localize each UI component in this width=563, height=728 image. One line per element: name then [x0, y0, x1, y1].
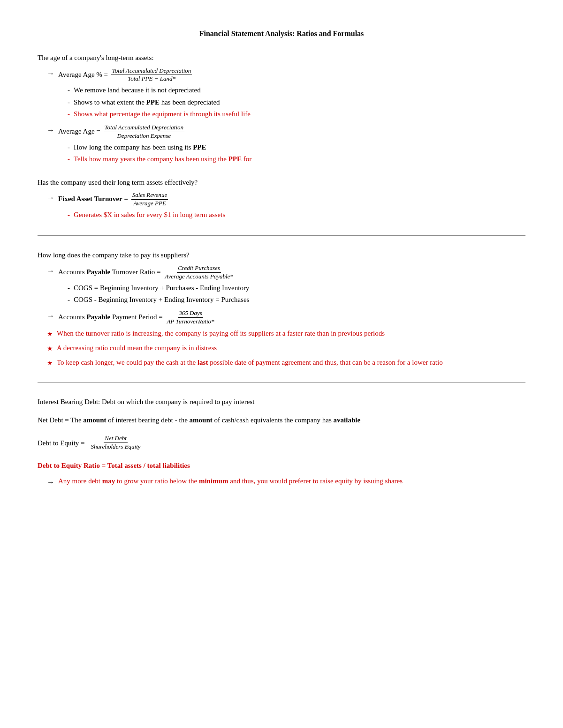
avg-age-pct-label: Average Age % =	[58, 70, 110, 78]
fraction-den-4: Average Accounts Payable*	[164, 273, 234, 281]
fraction-num-5: 365 Days	[178, 309, 203, 318]
arrow-item-avg-age-pct: → Average Age % = Total Accumulated Depr…	[38, 67, 525, 121]
arrow-item-debt-equity: → Any more debt may to grow your ratio b…	[38, 476, 525, 488]
fraction-num-6: Net Debt	[104, 435, 128, 443]
star-icon-1: ★	[47, 329, 53, 339]
fraction-den-6: Shareholders Equity	[90, 443, 142, 451]
star-item-2: ★ A decreasing ratio could mean the comp…	[38, 343, 525, 353]
fraction-den-3: Average PPE	[132, 200, 167, 208]
net-debt-definition: Net Debt = The amount of interest bearin…	[38, 415, 525, 426]
debt-equity-red-heading: Debt to Equity Ratio = Total assets / to…	[38, 460, 525, 471]
star-text-3: To keep cash longer, we could pay the ca…	[57, 357, 443, 368]
sub-bullet-2-1: How long the company has been using its …	[68, 142, 525, 153]
subbullets-2: How long the company has been using its …	[58, 142, 525, 165]
arrow-item-avg-age-years: → Average Age = Total Accumulated Deprec…	[38, 124, 525, 166]
ap-payment-fraction: 365 Days AP TurnoverRatio*	[166, 309, 215, 326]
sub-bullet-3-1: Generates $X in sales for every $1 in lo…	[68, 210, 525, 220]
arrow-content-5: Accounts Payable Payment Period = 365 Da…	[58, 309, 525, 326]
star-text-1: When the turnover ratio is increasing, t…	[57, 328, 385, 339]
arrow-icon-5: →	[47, 310, 54, 322]
fraction-num-1: Total Accumulated Depreciation	[111, 67, 192, 75]
arrow-icon-1: →	[47, 68, 54, 79]
page-title: Financial Statement Analysis: Ratios and…	[38, 28, 525, 39]
ap-turnover-fraction: Credit Purchases Average Accounts Payabl…	[164, 264, 234, 281]
sub-bullet-4-2: COGS - Beginning Inventory + Ending Inve…	[68, 294, 525, 305]
divider-1	[38, 235, 525, 236]
fraction-num-3: Sales Revenue	[131, 191, 168, 200]
section-fixed-asset: Has the company used their long term ass…	[38, 177, 525, 222]
section2-intro: Has the company used their long term ass…	[38, 177, 525, 188]
arrow-content-3: Fixed Asset Turnover = Sales Revenue Ave…	[58, 191, 525, 221]
sub-bullet-2-2: Tells how many years the company has bee…	[68, 154, 525, 165]
arrow-item-ap-turnover: → Accounts Payable Turnover Ratio = Cred…	[38, 264, 525, 307]
debt-equity-fraction: Net Debt Shareholders Equity	[90, 435, 142, 451]
subbullets-4: COGS = Beginning Inventory + Purchases -…	[58, 283, 525, 305]
arrow-icon-4: →	[47, 265, 54, 277]
section3-intro: How long does the company take to pay it…	[38, 250, 525, 261]
fraction-den-2: Depreciation Expense	[116, 132, 172, 140]
star-item-1: ★ When the turnover ratio is increasing,…	[38, 328, 525, 339]
arrow-content-6: Any more debt may to grow your ratio bel…	[58, 476, 525, 487]
fraction-num-2: Total Accumulated Depreciation	[104, 124, 185, 132]
avg-age-years-fraction: Total Accumulated Depreciation Depreciat…	[104, 124, 185, 140]
star-item-3: ★ To keep cash longer, we could pay the …	[38, 357, 525, 368]
subbullets-1: We remove land because it is not depreci…	[58, 85, 525, 120]
arrow-item-ap-payment: → Accounts Payable Payment Period = 365 …	[38, 309, 525, 326]
divider-2	[38, 382, 525, 383]
arrow-content-4: Accounts Payable Turnover Ratio = Credit…	[58, 264, 525, 307]
arrow-item-fixed-asset: → Fixed Asset Turnover = Sales Revenue A…	[38, 191, 525, 221]
sub-bullet-1-2: Shows to what extent the PPE has been de…	[68, 97, 525, 108]
sub-bullet-1-3: Shows what percentage the equipment is t…	[68, 109, 525, 120]
fraction-den-1: Total PPE − Land*	[127, 75, 176, 83]
fixed-asset-label: Fixed Asset Turnover =	[58, 195, 130, 203]
arrow-content-2: Average Age = Total Accumulated Deprecia…	[58, 124, 525, 166]
star-text-2: A decreasing ratio could mean the compan…	[57, 343, 217, 353]
avg-age-years-label: Average Age =	[58, 128, 102, 135]
arrow-content-1: Average Age % = Total Accumulated Deprec…	[58, 67, 525, 121]
fraction-num-4: Credit Purchases	[177, 264, 221, 273]
debt-equity-label: Debt to Equity =	[38, 438, 85, 449]
subbullets-3: Generates $X in sales for every $1 in lo…	[58, 210, 525, 220]
avg-age-pct-fraction: Total Accumulated Depreciation Total PPE…	[111, 67, 192, 83]
section-debt: Interest Bearing Debt: Debt on which the…	[38, 397, 525, 488]
section-accounts-payable: How long does the company take to pay it…	[38, 250, 525, 368]
arrow-icon-2: →	[47, 125, 54, 136]
arrow-icon-6: →	[47, 477, 54, 488]
interest-bearing-debt: Interest Bearing Debt: Debt on which the…	[38, 397, 525, 407]
sub-bullet-1-1: We remove land because it is not depreci…	[68, 85, 525, 96]
sub-bullet-4-1: COGS = Beginning Inventory + Purchases -…	[68, 283, 525, 293]
star-icon-2: ★	[47, 344, 53, 353]
fixed-asset-fraction: Sales Revenue Average PPE	[131, 191, 168, 208]
debt-to-equity-formula: Debt to Equity = Net Debt Shareholders E…	[38, 435, 525, 451]
arrow-icon-3: →	[47, 192, 54, 203]
section1-intro: The age of a company's long-term assets:	[38, 53, 525, 63]
star-icon-3: ★	[47, 358, 53, 368]
fraction-den-5: AP TurnoverRatio*	[166, 318, 215, 326]
ap-payment-label: Accounts Payable Payment Period =	[58, 313, 164, 320]
section-age-assets: The age of a company's long-term assets:…	[38, 53, 525, 166]
ap-turnover-label: Accounts Payable Turnover Ratio =	[58, 268, 162, 276]
